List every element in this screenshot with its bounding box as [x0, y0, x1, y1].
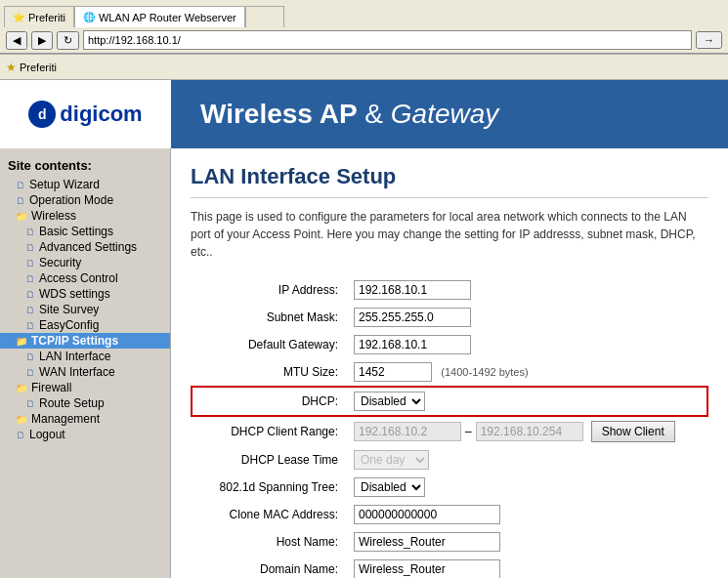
- sidebar-label: Route Setup: [39, 396, 105, 410]
- main-layout: Site contents: 🗋 Setup Wizard 🗋 Operatio…: [0, 148, 728, 578]
- page-icon: 🗋: [25, 305, 35, 315]
- header-gateway: Gateway: [391, 99, 499, 129]
- address-input[interactable]: [83, 30, 692, 50]
- page-icon: 🗋: [25, 367, 35, 378]
- spanning-tree-select[interactable]: Disabled Enabled: [354, 477, 425, 497]
- show-client-button[interactable]: Show Client: [591, 421, 675, 442]
- page-icon: 🗋: [16, 430, 25, 440]
- dhcp-select[interactable]: Disabled Enabled: [354, 392, 425, 411]
- sidebar-item-wds-settings[interactable]: 🗋 WDS settings: [0, 286, 170, 302]
- dhcp-range-to-input[interactable]: [476, 422, 583, 441]
- subnet-mask-label: Subnet Mask:: [192, 304, 348, 331]
- dhcp-label: DHCP:: [192, 387, 348, 416]
- mtu-size-input[interactable]: [354, 362, 432, 382]
- ip-address-input[interactable]: [354, 280, 471, 300]
- sidebar-item-route-setup[interactable]: 🗋 Route Setup: [0, 395, 170, 411]
- ip-address-label: IP Address:: [192, 276, 348, 304]
- dhcp-lease-select[interactable]: One day Half day Two days: [354, 450, 429, 470]
- sidebar-label: WAN Interface: [39, 365, 115, 379]
- spanning-tree-row: 802.1d Spanning Tree: Disabled Enabled: [192, 474, 707, 501]
- logo-area: d digicom: [0, 80, 171, 148]
- domain-name-label: Domain Name:: [192, 556, 348, 578]
- dhcp-lease-time-row: DHCP Lease Time One day Half day Two day…: [192, 446, 707, 474]
- favorites-bar: ★ Preferiti: [0, 55, 728, 80]
- page-icon: 🗋: [25, 227, 35, 237]
- header-and: &: [364, 99, 390, 129]
- host-name-label: Host Name:: [192, 528, 348, 556]
- router-tab-icon: 🌐: [83, 12, 95, 22]
- sidebar-item-easyconfig[interactable]: 🗋 EasyConfig: [0, 317, 170, 333]
- range-separator: –: [465, 425, 472, 438]
- dhcp-lease-time-label: DHCP Lease Time: [192, 446, 348, 474]
- mtu-size-label: MTU Size:: [192, 358, 348, 387]
- clone-mac-label: Clone MAC Address:: [192, 501, 348, 528]
- subnet-mask-row: Subnet Mask:: [192, 304, 707, 331]
- dhcp-row: DHCP: Disabled Enabled: [192, 387, 707, 416]
- sidebar-label: Access Control: [39, 271, 118, 285]
- sidebar-item-wireless[interactable]: 📁 Wireless: [0, 208, 170, 224]
- subnet-mask-input[interactable]: [354, 308, 471, 327]
- sidebar-item-setup-wizard[interactable]: 🗋 Setup Wizard: [0, 177, 170, 192]
- sidebar-item-basic-settings[interactable]: 🗋 Basic Settings: [0, 224, 170, 239]
- sidebar-item-wan-interface[interactable]: 🗋 WAN Interface: [0, 364, 170, 380]
- page-icon: 🗋: [25, 242, 35, 253]
- sidebar-label: Site Survey: [39, 303, 99, 316]
- sidebar-label: LAN Interface: [39, 350, 110, 363]
- page-icon: 🗋: [25, 258, 35, 268]
- favorites-label: Preferiti: [20, 62, 57, 73]
- favorites-item[interactable]: ★ Preferiti: [6, 61, 57, 74]
- tab-bar: ⭐ Preferiti 🌐 WLAN AP Router Webserver: [0, 0, 728, 27]
- clone-mac-input[interactable]: [354, 505, 500, 524]
- tab-router-label: WLAN AP Router Webserver: [99, 12, 236, 23]
- sidebar-item-firewall[interactable]: 📁 Firewall: [0, 380, 170, 395]
- tab-router[interactable]: 🌐 WLAN AP Router Webserver: [74, 6, 245, 27]
- sidebar-label: Advanced Settings: [39, 240, 137, 254]
- go-button[interactable]: →: [696, 31, 722, 49]
- sidebar-item-security[interactable]: 🗋 Security: [0, 255, 170, 270]
- default-gateway-input[interactable]: [354, 335, 471, 354]
- page-icon: 🗋: [25, 320, 35, 331]
- ip-address-row: IP Address:: [192, 276, 707, 304]
- favorites-tab-icon: ⭐: [13, 12, 24, 22]
- sidebar-item-advanced-settings[interactable]: 🗋 Advanced Settings: [0, 239, 170, 255]
- forward-button[interactable]: ▶: [31, 31, 53, 50]
- default-gateway-label: Default Gateway:: [192, 331, 348, 358]
- sidebar-label: Wireless: [31, 209, 76, 223]
- sidebar-item-tcpip-settings[interactable]: 📁 TCP/IP Settings: [0, 333, 170, 349]
- logo-icon: d: [28, 101, 56, 128]
- mtu-hint: (1400-1492 bytes): [441, 366, 528, 378]
- sidebar-label: Operation Mode: [29, 193, 113, 207]
- page-icon: 🗋: [25, 273, 35, 284]
- sidebar-item-access-control[interactable]: 🗋 Access Control: [0, 270, 170, 286]
- page-title: LAN Interface Setup: [191, 164, 708, 198]
- back-button[interactable]: ◀: [6, 31, 27, 50]
- dhcp-client-range-label: DHCP Client Range:: [192, 416, 348, 446]
- tab-favorites[interactable]: ⭐ Preferiti: [4, 6, 74, 27]
- form-table: IP Address: Subnet Mask: Default Gateway…: [191, 276, 708, 578]
- folder-icon: 📁: [16, 414, 27, 425]
- page-header: d digicom Wireless AP & Gateway: [0, 80, 728, 148]
- content-area: LAN Interface Setup This page is used to…: [171, 148, 728, 578]
- sidebar-item-site-survey[interactable]: 🗋 Site Survey: [0, 302, 170, 317]
- sidebar-item-management[interactable]: 📁 Management: [0, 411, 170, 427]
- tab-new[interactable]: [245, 6, 284, 27]
- page-icon: 🗋: [25, 289, 35, 300]
- domain-name-input[interactable]: [354, 559, 500, 578]
- sidebar-item-logout[interactable]: 🗋 Logout: [0, 427, 170, 442]
- sidebar-label: TCP/IP Settings: [31, 334, 118, 348]
- folder-icon: 📁: [16, 383, 27, 393]
- host-name-input[interactable]: [354, 532, 500, 552]
- refresh-button[interactable]: ↻: [57, 31, 79, 50]
- page-icon: 🗋: [16, 180, 25, 190]
- tab-favorites-label: Preferiti: [28, 12, 65, 23]
- sidebar-label: WDS settings: [39, 287, 110, 301]
- sidebar-item-lan-interface[interactable]: 🗋 LAN Interface: [0, 349, 170, 364]
- sidebar-title: Site contents:: [0, 154, 170, 177]
- spanning-tree-label: 802.1d Spanning Tree:: [192, 474, 348, 501]
- sidebar-item-operation-mode[interactable]: 🗋 Operation Mode: [0, 192, 170, 208]
- page-icon: 🗋: [25, 398, 35, 409]
- dhcp-range-from-input[interactable]: [354, 422, 461, 441]
- star-icon: ★: [6, 61, 17, 74]
- sidebar-label: Security: [39, 256, 81, 269]
- folder-icon: 📁: [16, 336, 27, 347]
